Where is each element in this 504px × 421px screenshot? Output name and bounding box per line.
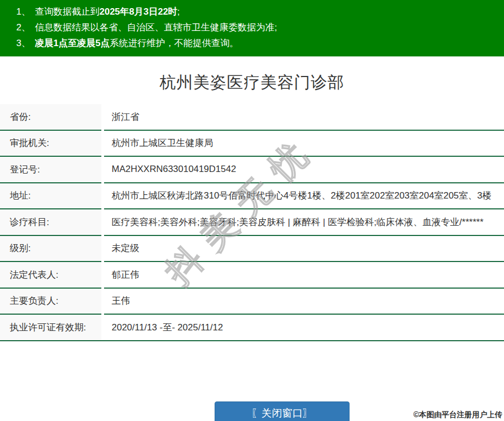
table-row: 审批机关:杭州市上城区卫生健康局	[0, 131, 504, 157]
notice-text: 系统进行维护，不能提供查询。	[109, 38, 238, 48]
notice-text-bold: 2025年8月3日22时	[99, 7, 177, 17]
notice-text-bold: 凌晨1点至凌晨5点	[35, 38, 109, 48]
license-info-table: 省份:浙江省 审批机关:杭州市上城区卫生健康局 登记号:MA2HXXRN6330…	[0, 104, 504, 341]
table-row: 诊疗科目:医疗美容科;美容外科;美容牙科;美容皮肤科 | 麻醉科 | 医学检验科…	[0, 209, 504, 236]
table-row: 主要负责人:王伟	[0, 289, 504, 315]
table-row: 地址:杭州市上城区秋涛北路310号佰富时代中心4号楼1楼、2楼201室202室2…	[0, 183, 504, 210]
field-label: 级别:	[0, 236, 101, 263]
field-label: 登记号:	[0, 157, 101, 183]
table-row: 执业许可证有效期:2020/11/13 -至- 2025/11/12	[0, 315, 504, 341]
field-value: 王伟	[104, 289, 504, 315]
field-label: 诊疗科目:	[0, 209, 101, 236]
field-value: 郁正伟	[104, 262, 504, 289]
notice-text: 信息数据结果以各省、自治区、直辖市卫生健康委数据为准;	[35, 22, 277, 33]
page-title: 杭州美姿医疗美容门诊部	[0, 72, 504, 94]
notice-text: 查询数据截止到	[35, 7, 99, 17]
field-label: 执业许可证有效期:	[0, 315, 101, 341]
notice-line-1: 1、查询数据截止到2025年8月3日22时;	[16, 4, 499, 20]
notice-line-2: 2、信息数据结果以各省、自治区、直辖市卫生健康委数据为准;	[16, 20, 499, 35]
table-row: 登记号:MA2HXXRN633010419D1542	[0, 157, 504, 183]
table-row: 级别:未定级	[0, 236, 504, 263]
notice-number: 2、	[16, 20, 30, 35]
notice-text: ;	[177, 7, 180, 17]
field-label: 省份:	[0, 104, 101, 131]
field-value: 2020/11/13 -至- 2025/11/12	[104, 315, 504, 341]
field-label: 审批机关:	[0, 131, 101, 157]
notice-line-3: 3、凌晨1点至凌晨5点系统进行维护，不能提供查询。	[16, 35, 499, 51]
field-value: 未定级	[104, 236, 504, 263]
copyright-watermark: ©本图由平台注册用户上传	[413, 410, 502, 420]
field-value: 医疗美容科;美容外科;美容牙科;美容皮肤科 | 麻醉科 | 医学检验科;临床体液…	[104, 209, 504, 236]
field-value: 杭州市上城区秋涛北路310号佰富时代中心4号楼1楼、2楼201室202室203室…	[104, 183, 504, 210]
field-label: 法定代表人:	[0, 262, 101, 289]
table-row: 法定代表人:郁正伟	[0, 262, 504, 289]
field-value: 杭州市上城区卫生健康局	[104, 131, 504, 157]
notice-banner: 1、查询数据截止到2025年8月3日22时; 2、信息数据结果以各省、自治区、直…	[0, 0, 504, 56]
field-label: 主要负责人:	[0, 289, 101, 315]
field-value: MA2HXXRN633010419D1542	[104, 157, 504, 183]
close-window-button[interactable]: 〖关闭窗口〗	[215, 401, 350, 421]
field-label: 地址:	[0, 183, 101, 210]
license-query-result-page: { "banner": { "notices": [ {"num": "1、",…	[0, 0, 504, 421]
field-value: 浙江省	[104, 104, 504, 131]
notice-number: 1、	[16, 4, 30, 20]
notice-number: 3、	[16, 35, 30, 51]
table-row: 省份:浙江省	[0, 104, 504, 131]
